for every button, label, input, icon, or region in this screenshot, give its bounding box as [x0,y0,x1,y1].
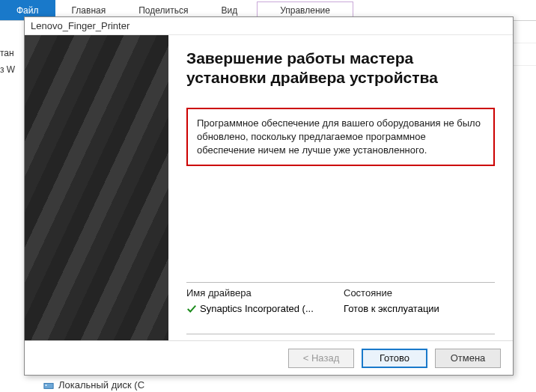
drive-icon [43,380,54,391]
table-row: Synaptics Incorporated (... Готов к эксп… [186,303,495,314]
table-header-status: Состояние [344,287,495,298]
back-button: < Назад [288,349,354,368]
wizard-heading: Завершение работы мастера установки драй… [186,49,495,88]
wizard-main: Завершение работы мастера установки драй… [168,35,513,340]
check-icon [186,304,197,314]
wizard-button-bar: < Назад Готово Отмена [25,340,513,375]
table-header-driver: Имя драйвера [186,287,344,298]
cancel-button[interactable]: Отмена [435,349,501,368]
wizard-title: Lenovo_Finger_Printer [25,17,513,35]
driver-install-wizard: Lenovo_Finger_Printer Завершение работы … [24,16,514,376]
svg-rect-1 [46,385,47,386]
explorer-item-fragment: Локальный диск (C [43,379,144,391]
driver-status: Готов к эксплуатации [344,303,495,314]
wizard-warning-message: Программное обеспечение для вашего обору… [186,108,495,167]
explorer-sidebar-fragment: тан з W [0,45,21,78]
driver-name: Synaptics Incorporated (... [200,303,314,314]
finish-button[interactable]: Готово [362,349,427,368]
wizard-sidebar-graphic [25,35,168,340]
driver-status-table: Имя драйвера Состояние Synaptics Incorpo… [186,282,495,334]
